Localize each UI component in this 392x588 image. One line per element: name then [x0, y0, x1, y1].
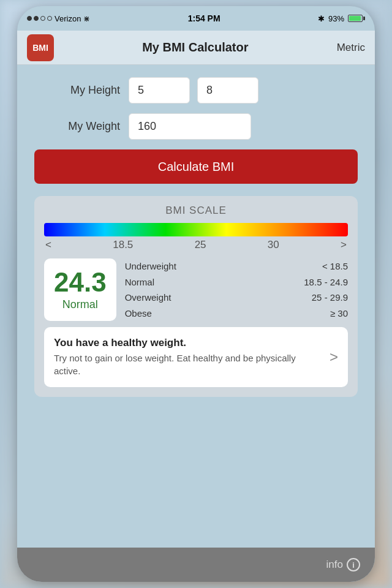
battery-body — [348, 15, 363, 22]
app-logo: BMI — [27, 34, 54, 61]
main-content: My Height My Weight Calculate BMI BMI SC… — [17, 65, 375, 397]
status-right: ✱ 93% — [318, 14, 365, 23]
table-row: Obese ≥ 30 — [125, 306, 348, 322]
advice-card[interactable]: You have a healthy weight. Try not to ga… — [44, 327, 348, 387]
normal-label: Normal — [125, 274, 304, 290]
bluetooth-icon: ✱ — [318, 14, 325, 23]
bmi-number: 24.3 — [54, 269, 107, 296]
weight-label: My Weight — [34, 120, 120, 133]
battery-icon — [348, 15, 365, 22]
battery-tip — [363, 17, 365, 20]
scale-30-label: 30 — [268, 239, 279, 251]
table-row: Normal 18.5 - 24.9 — [125, 274, 348, 290]
status-time: 1:54 PM — [188, 13, 221, 23]
phone-frame: Verizon ⋇ 1:54 PM ✱ 93% BMI My BMI Calcu… — [17, 6, 375, 582]
battery-fill — [349, 16, 361, 21]
info-label: info — [326, 559, 343, 571]
status-bar: Verizon ⋇ 1:54 PM ✱ 93% — [17, 6, 375, 31]
height-feet-input[interactable] — [129, 77, 190, 104]
bmi-scale-title: BMI SCALE — [44, 205, 348, 217]
dot4 — [47, 16, 52, 21]
logo-text: BMI — [32, 43, 48, 52]
advice-title: You have a healthy weight. — [54, 337, 322, 349]
bmi-table: Underweight < 18.5 Normal 18.5 - 24.9 Ov… — [125, 258, 348, 321]
bmi-scale-card: BMI SCALE < 18.5 25 30 > 24.3 Normal Und… — [34, 196, 358, 397]
overweight-value: 25 - 29.9 — [312, 290, 348, 306]
bmi-value-box: 24.3 Normal — [44, 258, 116, 321]
height-row: My Height — [34, 77, 358, 104]
scale-greater-label: > — [341, 239, 347, 251]
calculate-bmi-label: Calculate BMI — [158, 160, 235, 174]
obese-value: ≥ 30 — [330, 306, 348, 322]
normal-value: 18.5 - 24.9 — [304, 274, 348, 290]
status-left: Verizon ⋇ — [27, 14, 90, 23]
calculate-bmi-button[interactable]: Calculate BMI — [34, 149, 358, 184]
weight-input[interactable] — [129, 113, 251, 140]
advice-chevron-icon[interactable]: > — [330, 349, 338, 366]
wifi-icon: ⋇ — [83, 14, 90, 23]
height-label: My Height — [34, 84, 120, 97]
table-row: Overweight 25 - 29.9 — [125, 290, 348, 306]
dot3 — [40, 16, 45, 21]
underweight-label: Underweight — [125, 258, 322, 274]
footer: info i — [17, 548, 375, 582]
bmi-scale-labels: < 18.5 25 30 > — [44, 239, 348, 251]
overweight-label: Overweight — [125, 290, 312, 306]
underweight-value: < 18.5 — [322, 258, 348, 274]
weight-row: My Weight — [34, 113, 358, 140]
bmi-result-row: 24.3 Normal Underweight < 18.5 Normal 18… — [44, 258, 348, 321]
scale-25-label: 25 — [195, 239, 206, 251]
obese-label: Obese — [125, 306, 330, 322]
carrier-label: Verizon — [55, 14, 81, 23]
nav-bar: BMI My BMI Calculator Metric — [17, 31, 375, 65]
advice-body: Try not to gain or lose weight. Eat heal… — [54, 352, 322, 377]
advice-text-block: You have a healthy weight. Try not to ga… — [54, 337, 322, 377]
table-row: Underweight < 18.5 — [125, 258, 348, 274]
footer-info[interactable]: info i — [326, 558, 360, 571]
bmi-category: Normal — [62, 298, 98, 311]
scale-less-label: < — [45, 239, 51, 251]
bmi-rainbow-bar — [44, 223, 348, 236]
battery-percent: 93% — [328, 14, 344, 23]
dot2 — [34, 16, 39, 21]
scale-185-label: 18.5 — [113, 239, 133, 251]
nav-title: My BMI Calculator — [142, 40, 248, 55]
dot1 — [27, 16, 32, 21]
info-circle-icon[interactable]: i — [347, 558, 360, 571]
metric-toggle[interactable]: Metric — [337, 42, 365, 54]
height-inches-input[interactable] — [197, 77, 258, 104]
signal-dots — [27, 16, 52, 21]
